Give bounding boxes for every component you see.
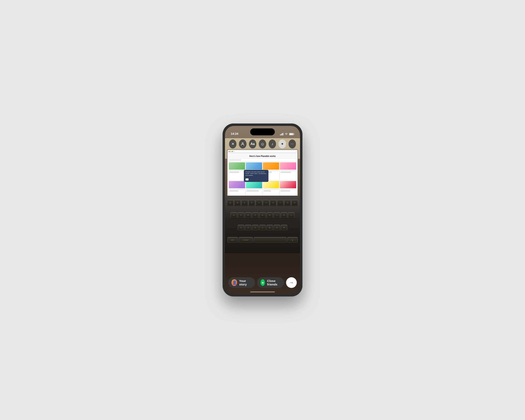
key-k: K bbox=[281, 212, 287, 218]
key-b: B bbox=[266, 225, 273, 231]
key-v: V bbox=[259, 225, 266, 231]
emoji-button[interactable]: ☺ bbox=[259, 140, 266, 149]
key-r: R bbox=[249, 200, 255, 205]
key-f: F bbox=[252, 212, 259, 218]
your-story-button[interactable]: 👤 Your story bbox=[228, 277, 255, 288]
toolbar-item bbox=[236, 159, 237, 161]
dynamic-island bbox=[250, 128, 275, 135]
key-l: L bbox=[288, 212, 294, 218]
laptop-body: Q W E R T Y U I O P A bbox=[225, 196, 300, 253]
card-text bbox=[229, 190, 238, 192]
app-toolbar bbox=[229, 159, 296, 161]
content-card bbox=[280, 162, 296, 180]
star-icon: ★ bbox=[261, 281, 264, 285]
music-icon: ♪ bbox=[272, 142, 273, 146]
status-time: 14:24 bbox=[231, 132, 238, 135]
phone-screen: Here's how Planable works bbox=[225, 126, 300, 294]
keyboard: Q W E R T Y U I O P A bbox=[227, 200, 298, 249]
sparkle-icon: ✦ bbox=[281, 142, 284, 146]
mention-button[interactable] bbox=[239, 140, 246, 149]
key-j: J bbox=[273, 212, 280, 218]
send-button[interactable]: → bbox=[286, 277, 297, 288]
key-s: S bbox=[238, 212, 244, 218]
toolbar-item bbox=[234, 159, 236, 161]
card-thumbnail bbox=[246, 181, 262, 188]
card-text bbox=[246, 190, 259, 192]
emoji-icon: ☺ bbox=[261, 142, 264, 146]
music-button[interactable]: ♪ bbox=[269, 140, 276, 149]
card-text bbox=[246, 189, 262, 190]
key-n: N bbox=[273, 225, 280, 231]
story-avatar: 👤 bbox=[232, 279, 237, 286]
card-text bbox=[229, 189, 244, 190]
tooltip-text: Planable is the place where all your bra… bbox=[245, 171, 267, 176]
keyboard-row-1: Q W E R T Y U I O P bbox=[227, 200, 298, 212]
your-story-label: Your story bbox=[239, 279, 252, 286]
keyboard-row-4: option command ⌘ bbox=[227, 237, 298, 249]
card-text bbox=[281, 172, 291, 173]
svg-rect-3 bbox=[283, 133, 283, 135]
close-friends-icon: ★ bbox=[261, 279, 265, 286]
text-button[interactable]: Aa bbox=[249, 140, 256, 149]
send-icon: → bbox=[289, 280, 294, 285]
card-thumbnail bbox=[263, 162, 279, 170]
key-h: H bbox=[266, 212, 273, 218]
key-z: Z bbox=[238, 225, 244, 231]
key-space bbox=[254, 237, 287, 243]
more-icon: ··· bbox=[291, 142, 294, 146]
camera-background: Here's how Planable works bbox=[225, 126, 300, 294]
card-text bbox=[281, 170, 296, 171]
avatar-image: 👤 bbox=[232, 280, 237, 285]
close-button[interactable]: ✕ bbox=[229, 140, 236, 149]
battery-icon bbox=[289, 133, 294, 135]
card-text bbox=[263, 190, 271, 192]
content-card bbox=[229, 162, 245, 180]
svg-rect-6 bbox=[290, 133, 293, 135]
key-t: T bbox=[256, 200, 262, 205]
key-q: Q bbox=[227, 200, 234, 205]
card-thumbnail bbox=[280, 162, 296, 170]
key-p: P bbox=[291, 200, 298, 205]
wifi-icon bbox=[285, 133, 288, 135]
tooltip-popup: Planable is the place where all your bra… bbox=[244, 170, 268, 182]
key-o: O bbox=[284, 200, 291, 205]
browser-close-dot bbox=[229, 151, 230, 152]
card-thumbnail bbox=[263, 181, 279, 188]
card-text bbox=[229, 172, 239, 173]
toolbar-item bbox=[238, 159, 239, 161]
signal-icon bbox=[280, 133, 283, 135]
laptop-area: Here's how Planable works bbox=[225, 138, 300, 253]
toolbar-item bbox=[240, 159, 241, 161]
key-w: W bbox=[234, 200, 241, 205]
text-icon: Aa bbox=[250, 142, 254, 146]
tooltip-button: → bbox=[245, 178, 249, 180]
more-button[interactable]: ··· bbox=[289, 140, 296, 149]
toolbar-item bbox=[231, 159, 233, 161]
svg-rect-1 bbox=[281, 134, 281, 135]
key-g: G bbox=[259, 212, 266, 218]
key-a: A bbox=[231, 212, 237, 218]
phone-device: Here's how Planable works bbox=[223, 123, 302, 297]
key-d: D bbox=[245, 212, 252, 218]
close-icon: ✕ bbox=[231, 142, 234, 146]
key-x: X bbox=[245, 225, 252, 231]
card-thumbnail bbox=[229, 181, 245, 188]
close-friends-button[interactable]: ★ Close friends bbox=[257, 277, 284, 288]
card-text bbox=[263, 189, 279, 190]
sparkle-button[interactable]: ✦ bbox=[279, 140, 286, 149]
card-text bbox=[229, 170, 244, 171]
key-option: option bbox=[227, 237, 238, 243]
mention-icon bbox=[241, 142, 245, 146]
close-friends-label: Close friends bbox=[267, 279, 281, 286]
key-i: I bbox=[277, 200, 284, 205]
svg-rect-2 bbox=[282, 133, 282, 135]
svg-rect-5 bbox=[294, 134, 294, 135]
story-toolbar: ✕ Aa ☺ ♪ ✦ ··· bbox=[225, 137, 300, 151]
status-icons bbox=[280, 133, 294, 135]
svg-point-7 bbox=[242, 142, 244, 144]
key-command-right: ⌘ bbox=[287, 237, 298, 243]
card-thumbnail bbox=[229, 162, 245, 170]
card-thumbnail bbox=[280, 181, 296, 188]
keyboard-row-2: A S D F G H J K L bbox=[227, 212, 298, 224]
key-y: Y bbox=[263, 200, 270, 205]
